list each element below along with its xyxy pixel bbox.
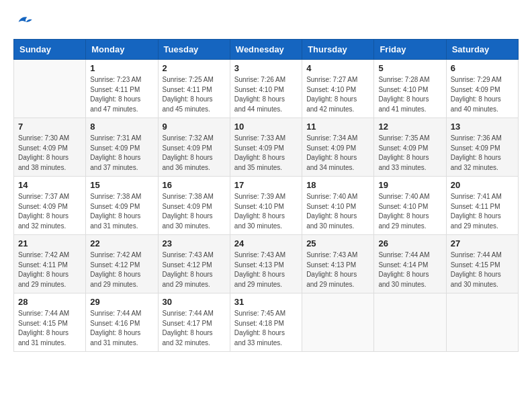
day-number: 28: [18, 297, 81, 307]
calendar-week-row: 21Sunrise: 7:42 AM Sunset: 4:11 PM Dayli…: [14, 235, 519, 293]
day-info: Sunrise: 7:30 AM Sunset: 4:09 PM Dayligh…: [18, 134, 81, 173]
calendar-cell: 18Sunrise: 7:40 AM Sunset: 4:10 PM Dayli…: [302, 177, 374, 235]
day-info: Sunrise: 7:28 AM Sunset: 4:10 PM Dayligh…: [378, 75, 441, 114]
day-info: Sunrise: 7:40 AM Sunset: 4:10 PM Dayligh…: [306, 192, 369, 231]
day-info: Sunrise: 7:42 AM Sunset: 4:11 PM Dayligh…: [18, 250, 81, 289]
day-number: 23: [163, 238, 226, 248]
day-info: Sunrise: 7:34 AM Sunset: 4:09 PM Dayligh…: [306, 134, 369, 173]
day-number: 4: [306, 63, 369, 73]
day-number: 29: [90, 297, 153, 307]
day-info: Sunrise: 7:44 AM Sunset: 4:15 PM Dayligh…: [18, 309, 81, 348]
calendar-week-row: 7Sunrise: 7:30 AM Sunset: 4:09 PM Daylig…: [14, 118, 519, 177]
day-info: Sunrise: 7:36 AM Sunset: 4:09 PM Dayligh…: [451, 134, 514, 173]
calendar-cell: 19Sunrise: 7:40 AM Sunset: 4:10 PM Dayli…: [374, 177, 446, 235]
day-number: 12: [378, 122, 441, 132]
day-number: 17: [234, 180, 298, 190]
day-number: 22: [90, 238, 153, 248]
day-info: Sunrise: 7:23 AM Sunset: 4:11 PM Dayligh…: [90, 75, 153, 114]
calendar-cell: 25Sunrise: 7:43 AM Sunset: 4:13 PM Dayli…: [302, 235, 374, 293]
calendar-cell: 23Sunrise: 7:43 AM Sunset: 4:12 PM Dayli…: [158, 235, 230, 293]
calendar-cell: 21Sunrise: 7:42 AM Sunset: 4:11 PM Dayli…: [14, 235, 86, 293]
day-number: 24: [234, 238, 298, 248]
day-number: 27: [451, 238, 514, 248]
day-number: 11: [306, 122, 369, 132]
calendar-table: SundayMondayTuesdayWednesdayThursdayFrid…: [13, 39, 519, 352]
calendar-cell: [302, 293, 374, 352]
day-info: Sunrise: 7:40 AM Sunset: 4:10 PM Dayligh…: [378, 192, 441, 231]
page-header: [13, 13, 519, 28]
day-number: 15: [90, 180, 153, 190]
calendar-cell: 7Sunrise: 7:30 AM Sunset: 4:09 PM Daylig…: [14, 118, 86, 177]
day-number: 16: [163, 180, 226, 190]
day-info: Sunrise: 7:35 AM Sunset: 4:09 PM Dayligh…: [378, 134, 441, 173]
day-info: Sunrise: 7:42 AM Sunset: 4:12 PM Dayligh…: [90, 250, 153, 289]
day-info: Sunrise: 7:44 AM Sunset: 4:16 PM Dayligh…: [90, 309, 153, 348]
day-info: Sunrise: 7:41 AM Sunset: 4:11 PM Dayligh…: [451, 192, 514, 231]
calendar-cell: 27Sunrise: 7:44 AM Sunset: 4:15 PM Dayli…: [446, 235, 518, 293]
logo-icon: [13, 13, 32, 28]
calendar-week-row: 1Sunrise: 7:23 AM Sunset: 4:11 PM Daylig…: [14, 60, 519, 118]
day-number: 19: [378, 180, 441, 190]
day-info: Sunrise: 7:44 AM Sunset: 4:15 PM Dayligh…: [451, 250, 514, 289]
day-info: Sunrise: 7:25 AM Sunset: 4:11 PM Dayligh…: [163, 75, 226, 114]
day-number: 20: [451, 180, 514, 190]
day-number: 21: [18, 238, 81, 248]
calendar-cell: 14Sunrise: 7:37 AM Sunset: 4:09 PM Dayli…: [14, 177, 86, 235]
calendar-header-thursday: Thursday: [302, 40, 374, 60]
day-info: Sunrise: 7:45 AM Sunset: 4:18 PM Dayligh…: [234, 309, 298, 348]
day-number: 14: [18, 180, 81, 190]
calendar-cell: 30Sunrise: 7:44 AM Sunset: 4:17 PM Dayli…: [158, 293, 230, 352]
calendar-cell: 29Sunrise: 7:44 AM Sunset: 4:16 PM Dayli…: [86, 293, 158, 352]
calendar-cell: [446, 293, 518, 352]
calendar-cell: 28Sunrise: 7:44 AM Sunset: 4:15 PM Dayli…: [14, 293, 86, 352]
calendar-cell: 8Sunrise: 7:31 AM Sunset: 4:09 PM Daylig…: [86, 118, 158, 177]
day-info: Sunrise: 7:33 AM Sunset: 4:09 PM Dayligh…: [234, 134, 298, 173]
calendar-cell: 1Sunrise: 7:23 AM Sunset: 4:11 PM Daylig…: [86, 60, 158, 118]
calendar-cell: [14, 60, 86, 118]
calendar-header-tuesday: Tuesday: [158, 40, 230, 60]
calendar-header-monday: Monday: [86, 40, 158, 60]
day-number: 8: [90, 122, 153, 132]
calendar-cell: 6Sunrise: 7:29 AM Sunset: 4:09 PM Daylig…: [446, 60, 518, 118]
day-info: Sunrise: 7:38 AM Sunset: 4:09 PM Dayligh…: [90, 192, 153, 231]
day-number: 10: [234, 122, 298, 132]
calendar-cell: 13Sunrise: 7:36 AM Sunset: 4:09 PM Dayli…: [446, 118, 518, 177]
day-info: Sunrise: 7:44 AM Sunset: 4:14 PM Dayligh…: [378, 250, 441, 289]
day-number: 7: [18, 122, 81, 132]
calendar-cell: 3Sunrise: 7:26 AM Sunset: 4:10 PM Daylig…: [230, 60, 302, 118]
day-info: Sunrise: 7:37 AM Sunset: 4:09 PM Dayligh…: [18, 192, 81, 231]
day-info: Sunrise: 7:43 AM Sunset: 4:13 PM Dayligh…: [306, 250, 369, 289]
calendar-cell: 5Sunrise: 7:28 AM Sunset: 4:10 PM Daylig…: [374, 60, 446, 118]
day-number: 2: [163, 63, 226, 73]
calendar-cell: 26Sunrise: 7:44 AM Sunset: 4:14 PM Dayli…: [374, 235, 446, 293]
day-number: 5: [378, 63, 441, 73]
day-number: 13: [451, 122, 514, 132]
day-number: 1: [90, 63, 153, 73]
calendar-cell: 12Sunrise: 7:35 AM Sunset: 4:09 PM Dayli…: [374, 118, 446, 177]
day-info: Sunrise: 7:39 AM Sunset: 4:10 PM Dayligh…: [234, 192, 298, 231]
day-info: Sunrise: 7:32 AM Sunset: 4:09 PM Dayligh…: [163, 134, 226, 173]
calendar-cell: 24Sunrise: 7:43 AM Sunset: 4:13 PM Dayli…: [230, 235, 302, 293]
day-info: Sunrise: 7:26 AM Sunset: 4:10 PM Dayligh…: [234, 75, 298, 114]
day-number: 30: [163, 297, 226, 307]
calendar-cell: 9Sunrise: 7:32 AM Sunset: 4:09 PM Daylig…: [158, 118, 230, 177]
calendar-cell: 22Sunrise: 7:42 AM Sunset: 4:12 PM Dayli…: [86, 235, 158, 293]
calendar-cell: 17Sunrise: 7:39 AM Sunset: 4:10 PM Dayli…: [230, 177, 302, 235]
calendar-week-row: 28Sunrise: 7:44 AM Sunset: 4:15 PM Dayli…: [14, 293, 519, 352]
day-number: 25: [306, 238, 369, 248]
day-number: 6: [451, 63, 514, 73]
day-info: Sunrise: 7:29 AM Sunset: 4:09 PM Dayligh…: [451, 75, 514, 114]
day-info: Sunrise: 7:43 AM Sunset: 4:12 PM Dayligh…: [163, 250, 226, 289]
calendar-cell: [374, 293, 446, 352]
day-info: Sunrise: 7:27 AM Sunset: 4:10 PM Dayligh…: [306, 75, 369, 114]
calendar-cell: 16Sunrise: 7:38 AM Sunset: 4:09 PM Dayli…: [158, 177, 230, 235]
calendar-cell: 20Sunrise: 7:41 AM Sunset: 4:11 PM Dayli…: [446, 177, 518, 235]
calendar-week-row: 14Sunrise: 7:37 AM Sunset: 4:09 PM Dayli…: [14, 177, 519, 235]
day-info: Sunrise: 7:43 AM Sunset: 4:13 PM Dayligh…: [234, 250, 298, 289]
calendar-header-saturday: Saturday: [446, 40, 518, 60]
calendar-cell: 2Sunrise: 7:25 AM Sunset: 4:11 PM Daylig…: [158, 60, 230, 118]
calendar-cell: 11Sunrise: 7:34 AM Sunset: 4:09 PM Dayli…: [302, 118, 374, 177]
day-info: Sunrise: 7:31 AM Sunset: 4:09 PM Dayligh…: [90, 134, 153, 173]
calendar-header-wednesday: Wednesday: [230, 40, 302, 60]
calendar-cell: 10Sunrise: 7:33 AM Sunset: 4:09 PM Dayli…: [230, 118, 302, 177]
